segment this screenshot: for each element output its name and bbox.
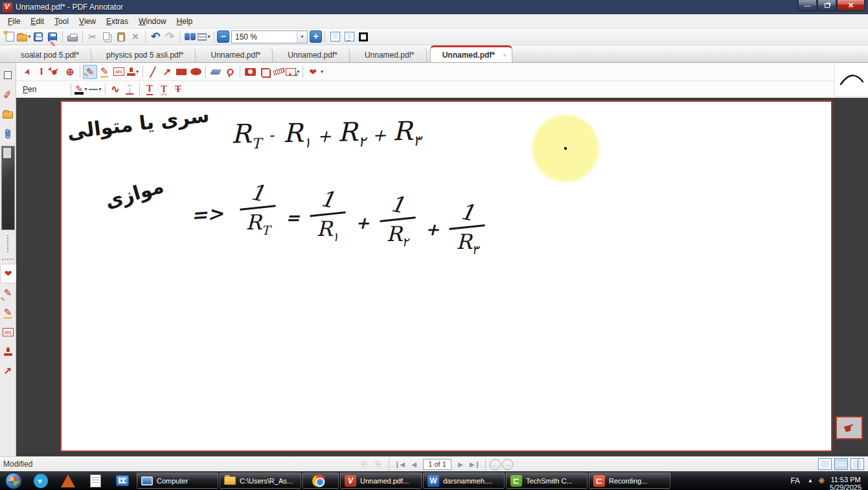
taskbar-computer-window[interactable]: Computer [137,472,218,489]
zoom-in-button[interactable]: + [310,30,322,43]
taskbar-chrome-window[interactable] [303,472,339,489]
favorites-button[interactable] [306,65,320,79]
zoom-combo-dropdown-icon[interactable]: ▾ [297,31,307,43]
taskbar-word-window[interactable]: W darsnammeh.... [423,472,505,489]
minimize-button[interactable]: — [798,0,817,11]
sidebar-splitter[interactable] [2,259,14,260]
tray-status-icon[interactable]: ❋ [818,476,825,485]
zoom-tool-button[interactable] [63,65,77,79]
menu-view[interactable]: View [74,15,101,28]
sidebar-files-button[interactable] [1,104,16,124]
cut-button[interactable]: ✂ [86,30,100,44]
delete-button[interactable] [128,30,143,44]
taskbar-clock[interactable]: 11:53 PM 5/29/2025 [830,476,865,490]
sidebar-text-tool[interactable] [1,322,16,342]
pen-width-dropdown-icon[interactable]: ▾ [98,86,101,92]
language-indicator[interactable]: FA [788,476,803,485]
taskbar-explorer-window[interactable]: C:\Users\R_As... [220,472,301,489]
underline-text-button[interactable]: T [143,82,157,97]
print-button[interactable] [65,30,80,44]
continuous-view-button[interactable] [834,458,848,470]
telegram-taskbar-icon[interactable] [31,472,51,489]
zoom-level-combobox[interactable]: 150 % ▾ [231,30,308,43]
undo-button[interactable] [148,30,163,44]
text-tool-button[interactable] [111,65,126,79]
copy-button[interactable] [100,30,114,44]
pdf-page[interactable]: سری یا متوالی RT - R۱ + R۲ + R۳ موازی => [60,100,832,452]
pen-pressure-button[interactable]: ∼↓ [122,82,137,97]
sidebar-attachments-button[interactable] [1,124,16,143]
sidebar-stamp-tool[interactable] [1,342,16,361]
open-button[interactable]: ▾ [17,30,31,44]
tab-soalat-pod-5[interactable]: soalat pod 5.pdf* [9,47,91,62]
search-results-button[interactable]: ▾ [197,30,211,44]
tab-unnamed-active[interactable]: Unnamed.pdf* × [430,45,513,62]
tab-unnamed-3[interactable]: Unnamed.pdf* [353,47,426,62]
lasso-tool-button[interactable] [223,65,237,79]
single-page-view-button[interactable] [818,458,832,470]
tab-physics-pod-5-asli[interactable]: physics pod 5 asli.pdf* [95,47,195,62]
arrow-tool-button[interactable] [160,65,174,79]
first-page-button[interactable]: ❙◀ [393,458,406,470]
menu-help[interactable]: Help [172,15,198,28]
start-button[interactable] [5,472,22,489]
line-tool-button[interactable] [146,65,160,79]
pen-color-button[interactable]: ▾ [74,82,88,97]
save-button[interactable] [31,30,45,44]
page-preview-thumbnail[interactable] [1,146,15,230]
tab-unnamed-1[interactable]: Unnamed.pdf* [199,47,272,62]
last-page-button[interactable]: ▶❙ [468,458,481,470]
sidebar-pages-button[interactable] [1,65,16,85]
sidebar-arrow-tool[interactable] [1,361,16,380]
redo-button[interactable] [163,30,177,44]
stamp-tool-button[interactable]: ▾ [126,65,140,79]
sidebar-pen-tool[interactable] [1,283,16,303]
select-tool-button[interactable] [20,65,34,79]
sidebar-highlighter-tool[interactable] [1,303,16,322]
prev-document-button[interactable]: ⎗ [358,458,371,470]
sidebar-bookmarks-button[interactable] [1,85,16,104]
rectangle-tool-button[interactable] [174,65,188,79]
sidebar-favorites-tool[interactable] [0,264,16,283]
menu-window[interactable]: Window [133,15,172,28]
close-button[interactable]: ✕ [837,0,865,11]
taskbar-recorder-window[interactable]: ⊏ Recording... [589,472,670,489]
pan-hand-floating-button[interactable]: ☛ [836,416,863,439]
sidebar-drag-handle[interactable] [7,235,8,252]
notes-taskbar-icon[interactable] [86,472,105,489]
next-page-button[interactable]: ▶ [454,458,467,470]
fit-width-button[interactable] [342,30,356,44]
fit-page-button[interactable] [328,30,342,44]
save-as-button[interactable] [45,30,60,44]
matlab-taskbar-icon[interactable] [58,472,78,489]
ellipse-tool-button[interactable] [188,65,203,79]
menu-file[interactable]: File [3,15,25,28]
snapshot-tool-button[interactable] [243,65,257,79]
pan-tool-button[interactable] [49,65,63,79]
restore-button[interactable] [817,0,836,11]
show-hidden-icons-button[interactable]: ▲ [808,478,813,484]
pen-color-dropdown-icon[interactable]: ▾ [84,86,87,92]
insert-image-button[interactable]: ▾ [286,65,300,79]
text-select-tool-button[interactable]: I [34,65,49,79]
squiggly-underline-button[interactable]: T [157,82,171,97]
tab-close-icon[interactable]: × [503,51,507,59]
taskbar-camtasia-window[interactable]: ⊏ TechSmith C... [506,472,588,489]
page-indicator-input[interactable]: 1 of 1 [423,459,451,470]
next-document-button[interactable]: ⎘ [372,458,385,470]
favorites-dropdown-icon[interactable]: ▾ [321,69,323,75]
paste-button[interactable] [114,30,128,44]
menu-extras[interactable]: Extras [101,15,133,28]
full-screen-button[interactable] [356,30,371,44]
tab-unnamed-2[interactable]: Unnamed.pdf* [276,47,349,62]
crop-tool-button[interactable] [257,65,271,79]
pen-tool-button[interactable] [83,65,97,79]
previous-page-button[interactable]: ◀ [407,458,420,470]
history-back-button[interactable]: ← [490,459,501,470]
highlighter-tool-button[interactable] [97,65,111,79]
smooth-curve-button[interactable] [108,82,122,97]
zoom-out-button[interactable]: − [217,30,229,43]
strikethrough-button[interactable]: T [171,82,185,97]
taskbar-pdf-annotator-window[interactable]: V Unnamed.pdf... [340,472,422,489]
measure-tool-button[interactable] [271,65,286,79]
